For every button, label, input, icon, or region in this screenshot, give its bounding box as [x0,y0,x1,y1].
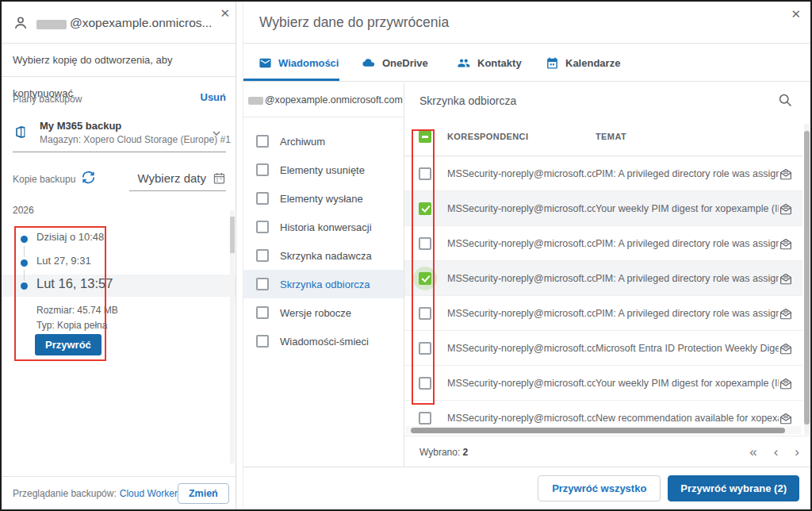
table-row[interactable]: MSSecurity-noreply@microsoft.com PIM: A … [404,226,802,261]
table-row[interactable]: MSSecurity-noreply@microsoft.com PIM: A … [404,156,802,191]
select-all-checkbox[interactable] [419,130,431,143]
copies-label: Kopie backupu [13,174,75,185]
delete-plan-link[interactable]: Usuń [201,91,227,103]
dialog-close-icon[interactable]: ✕ [791,8,801,20]
tab-kontakty[interactable]: Kontakty [456,44,522,82]
open-envelope-icon [779,271,793,286]
restore-button[interactable]: Przywróć [35,334,102,355]
row-checkbox[interactable] [419,342,431,355]
copies-row: Kopie backupu Wybierz daty [13,164,226,196]
table-row[interactable]: MSSecurity-noreply@microsoft.com Your we… [404,191,802,226]
next-page-icon[interactable]: › [795,443,799,462]
row-checkbox[interactable] [419,272,431,285]
redacted-mailbox-name [248,97,263,105]
search-icon[interactable] [777,92,793,108]
active-tab-underline [243,79,339,81]
folder-checkbox[interactable] [256,192,269,205]
folder-item-skrzynka-nadawcza[interactable]: Skrzynka nadawcza [243,241,404,270]
date-filter-label: Wybierz daty [137,171,206,185]
vertical-scrollbar [804,124,810,435]
column-korespondenci: KORESPONDENCI [447,132,596,141]
tab-wiadomosci[interactable]: Wiadomości [259,44,339,82]
refresh-icon[interactable] [81,170,96,185]
folder-item-skrzynka-odbiorcza[interactable]: Skrzynka odbiorcza [243,270,404,298]
redacted-username [36,20,67,29]
selection-prompt: Wybierz kopię do odtworzenia, aby kontyn… [2,44,236,77]
vertical-scrollbar-thumb[interactable] [804,131,810,425]
row-checkbox[interactable] [419,237,431,250]
backup-entry-feb16-selected[interactable]: Lut 16, 13:57 [36,276,113,291]
tab-label: Kalendarze [565,57,620,69]
tab-label: OneDrive [382,57,428,69]
table-rows: MSSecurity-noreply@microsoft.com PIM: A … [404,156,802,436]
left-panel-footer: Przeglądanie backupów: Cloud Worker Zmie… [2,476,236,509]
worker-link[interactable]: Cloud Worker [120,488,178,499]
folder-checkbox[interactable] [256,249,269,262]
left-panel-scrollbar [230,210,235,463]
folder-item-wersje-robocze[interactable]: Wersje robocze [243,298,404,327]
backup-selection-panel: @xopexample.onmicros... ✕ Wybierz kopię … [2,2,236,509]
data-type-tabs: Wiadomości OneDrive Kontakty [243,44,810,82]
folder-checkbox[interactable] [256,221,269,233]
folder-item-wiadomosci-smieci[interactable]: Wiadomości-śmieci [243,327,404,355]
row-checkbox[interactable] [419,202,431,215]
scroll-left-arrow[interactable] [404,428,409,432]
folder-item-archiwum[interactable]: Archiwum [243,127,404,156]
backup-plan-select[interactable]: My M365 backup Magazyn: Xopero Cloud Sto… [13,117,226,152]
row-checkbox[interactable] [419,377,431,390]
tab-kalendarze[interactable]: Kalendarze [546,44,620,82]
backup-entry-today[interactable]: Dzisiaj o 10:48 [36,231,104,243]
timeline-dot [21,282,28,290]
backup-entry-feb27[interactable]: Lut 27, 9:31 [36,255,91,267]
column-temat: TEMAT [596,132,802,141]
dialog-header: Wybierz dane do przywrócenia ✕ [243,2,810,44]
table-row[interactable]: MSSecurity-noreply@microsoft.com Microso… [404,331,802,366]
messages-content: Skrzynka odbiorcza KORESPONDENCI TEMAT M… [404,83,810,467]
calendar-tab-icon [546,56,559,70]
plans-label: Plany backupów [13,94,82,105]
folder-checkbox[interactable] [256,135,269,148]
row-checkbox[interactable] [419,307,431,320]
restore-all-button[interactable]: Przywróć wszystko [538,475,661,501]
close-icon[interactable]: ✕ [220,7,230,19]
scroll-right-arrow[interactable] [798,428,802,432]
plan-storage: Magazyn: Xopero Cloud Storage (Europe) #… [40,134,231,145]
open-envelope-icon [779,167,793,181]
tab-onedrive[interactable]: OneDrive [361,44,428,82]
open-envelope-icon [779,376,793,390]
folder-checkbox[interactable] [256,335,269,348]
table-row[interactable]: MSSecurity-noreply@microsoft.com Your we… [404,366,802,401]
person-icon [12,14,29,32]
previous-page-icon[interactable]: ‹ [774,443,779,462]
restore-dialog: Wybierz dane do przywrócenia ✕ Wiadomośc… [243,2,810,509]
timeline-connector [24,270,25,281]
office365-icon [14,125,26,139]
date-filter[interactable]: Wybierz daty [129,166,226,191]
backup-type: Typ: Kopia pełna [36,320,107,331]
people-icon [456,56,471,70]
timeline-dot [21,236,28,243]
left-panel-scrollbar-thumb[interactable] [230,217,235,253]
open-envelope-icon [779,202,793,216]
first-page-icon[interactable]: « [749,443,756,462]
restore-selected-button[interactable]: Przywróć wybrane (2) [668,475,799,501]
backup-timeline: Dzisiaj o 10:48 Lut 27, 9:31 Lut 16, 13:… [2,220,236,371]
change-worker-button[interactable]: Zmień [178,483,229,504]
table-row[interactable]: MSSecurity-noreply@microsoft.com PIM: A … [404,261,802,296]
horizontal-scrollbar-thumb[interactable] [411,428,785,433]
row-checkbox[interactable] [419,167,431,180]
pagination: « ‹ › [749,443,799,462]
folder-item-elementy-usuniete[interactable]: Elementy usunięte [243,156,404,184]
folder-checkbox[interactable] [256,163,269,176]
selected-count-value: 2 [463,447,469,458]
selected-count-label: Wybrano: 2 [419,447,468,458]
row-checkbox[interactable] [419,412,431,425]
folder-list: Archiwum Elementy usunięte Elementy wysł… [243,127,404,355]
folder-item-elementy-wyslane[interactable]: Elementy wysłane [243,184,404,213]
table-title: Skrzynka odbiorcza [419,94,516,107]
folder-item-historia-konwersacji[interactable]: Historia konwersacji [243,213,404,241]
folder-checkbox[interactable] [256,278,269,290]
folder-checkbox[interactable] [256,306,269,319]
browsing-label: Przeglądanie backupów: [13,488,117,499]
table-row[interactable]: MSSecurity-noreply@microsoft.com PIM: A … [404,296,802,331]
